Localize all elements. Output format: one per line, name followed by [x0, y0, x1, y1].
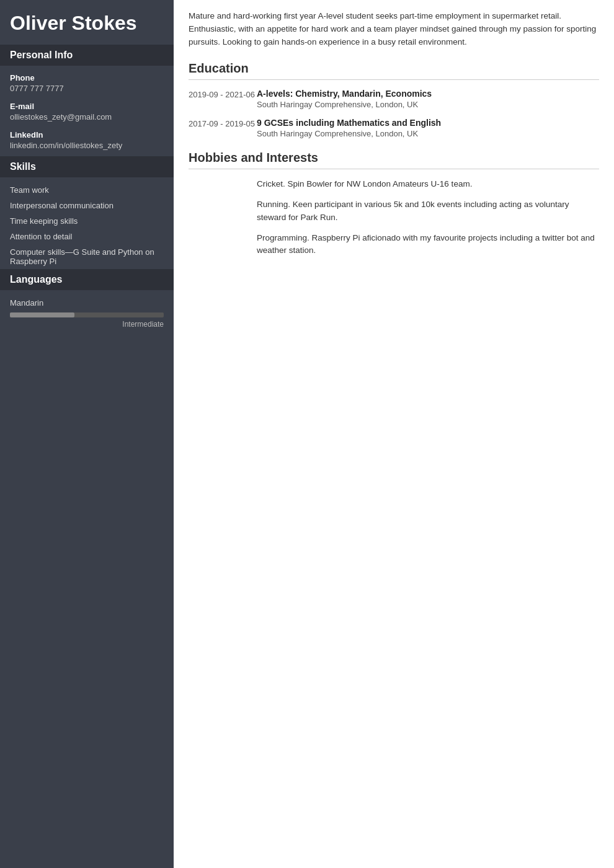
phone-label: Phone: [0, 71, 174, 84]
edu-location: South Haringay Comprehensive, London, UK: [257, 129, 599, 138]
hobby-entry: Cricket. Spin Bowler for NW London Amate…: [189, 178, 599, 191]
edu-entry: 2017-09 - 2019-05 9 GCSEs including Math…: [189, 118, 599, 138]
email-label: E-mail: [0, 99, 174, 112]
skill-item: Interpersonal communication: [0, 198, 174, 213]
hobby-entry: Running. Keen participant in various 5k …: [189, 198, 599, 224]
hobby-date-col: [189, 232, 257, 258]
language-level: Intermediate: [0, 319, 174, 334]
hobby-text: Programming. Raspberry Pi aficionado wit…: [257, 232, 599, 258]
education-section: Education 2019-09 - 2021-06 A-levels: Ch…: [189, 61, 599, 138]
skills-header: Skills: [0, 156, 174, 177]
hobby-text: Running. Keen participant in various 5k …: [257, 198, 599, 224]
summary-text: Mature and hard-working first year A-lev…: [189, 10, 599, 49]
edu-details: A-levels: Chemistry, Mandarin, Economics…: [257, 89, 599, 109]
hobby-text: Cricket. Spin Bowler for NW London Amate…: [257, 178, 599, 191]
education-header: Education: [189, 61, 599, 80]
languages-header: Languages: [0, 269, 174, 290]
sidebar: Oliver Stokes Personal Info Phone 0777 7…: [0, 0, 174, 868]
phone-value: 0777 777 7777: [0, 84, 174, 99]
hobbies-section: Hobbies and Interests Cricket. Spin Bowl…: [189, 151, 599, 258]
edu-title: 9 GCSEs including Mathematics and Englis…: [257, 118, 599, 128]
skill-item: Time keeping skills: [0, 213, 174, 229]
main-content: Mature and hard-working first year A-lev…: [174, 0, 614, 868]
edu-dates: 2019-09 - 2021-06: [189, 89, 257, 109]
hobby-entry: Programming. Raspberry Pi aficionado wit…: [189, 232, 599, 258]
personal-info-header: Personal Info: [0, 45, 174, 66]
candidate-name: Oliver Stokes: [0, 0, 174, 45]
language-name: Mandarin: [0, 295, 174, 310]
hobbies-header: Hobbies and Interests: [189, 151, 599, 169]
skill-item: Attention to detail: [0, 229, 174, 244]
hobby-date-col: [189, 198, 257, 224]
linkedin-label: LinkedIn: [0, 128, 174, 141]
edu-dates: 2017-09 - 2019-05: [189, 118, 257, 138]
skill-item: Team work: [0, 182, 174, 198]
skill-item: Computer skills—G Suite and Python on Ra…: [0, 244, 174, 269]
hobby-date-col: [189, 178, 257, 191]
linkedin-value: linkedin.com/in/olliestokes_zety: [0, 141, 174, 156]
email-value: olliestokes_zety@gmail.com: [0, 112, 174, 128]
language-bar-fill: [10, 312, 74, 317]
edu-title: A-levels: Chemistry, Mandarin, Economics: [257, 89, 599, 99]
edu-location: South Haringay Comprehensive, London, UK: [257, 100, 599, 109]
language-bar: [10, 312, 164, 317]
edu-details: 9 GCSEs including Mathematics and Englis…: [257, 118, 599, 138]
edu-entry: 2019-09 - 2021-06 A-levels: Chemistry, M…: [189, 89, 599, 109]
